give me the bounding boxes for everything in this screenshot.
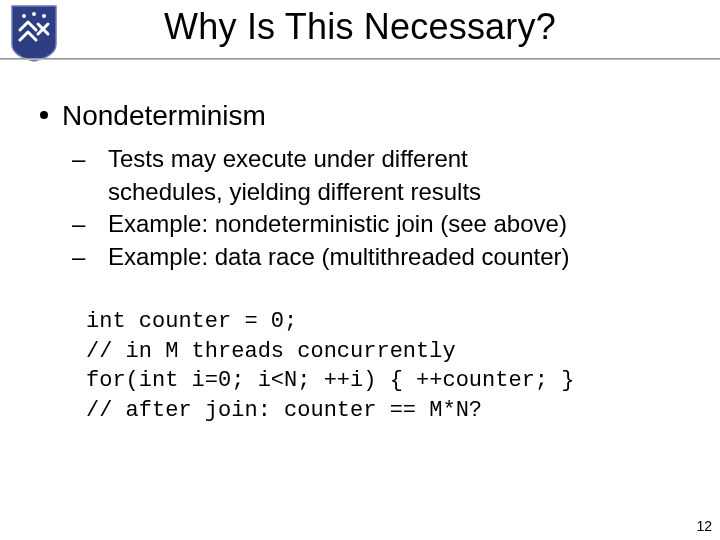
sub-bullet-list: – Tests may execute under different sche… xyxy=(90,144,684,273)
page-number: 12 xyxy=(696,518,712,534)
bullet-dot-icon xyxy=(40,111,48,119)
bullet-nondeterminism: Nondeterminism xyxy=(36,100,684,132)
code-line: // in M threads concurrently xyxy=(86,339,456,364)
sub-bullet-tests-cont: schedules, yielding different results xyxy=(90,177,684,208)
slide-content: Nondeterminism – Tests may execute under… xyxy=(0,68,720,426)
code-line: // after join: counter == M*N? xyxy=(86,398,482,423)
sub-bullet-tests: – Tests may execute under different xyxy=(90,144,684,175)
header-divider xyxy=(0,58,720,60)
code-example: int counter = 0; // in M threads concurr… xyxy=(86,307,684,426)
code-line: for(int i=0; i<N; ++i) { ++counter; } xyxy=(86,368,574,393)
slide-header: Why Is This Necessary? xyxy=(0,0,720,68)
sub-bullet-join: – Example: nondeterministic join (see ab… xyxy=(90,209,684,240)
bullet-text: Nondeterminism xyxy=(62,100,266,131)
sub-bullet-datarace: – Example: data race (multithreaded coun… xyxy=(90,242,684,273)
code-line: int counter = 0; xyxy=(86,309,297,334)
slide-title: Why Is This Necessary? xyxy=(0,6,720,48)
